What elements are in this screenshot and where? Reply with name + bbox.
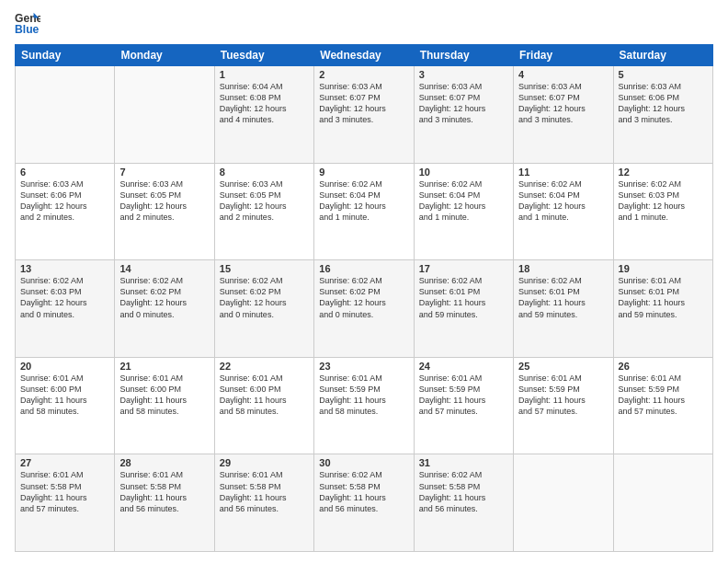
day-info: Sunrise: 6:03 AM Sunset: 6:06 PM Dayligh… — [20, 178, 109, 224]
day-info: Sunrise: 6:03 AM Sunset: 6:05 PM Dayligh… — [119, 178, 209, 224]
calendar-cell: 16Sunrise: 6:02 AM Sunset: 6:02 PM Dayli… — [314, 260, 414, 358]
calendar-cell: 3Sunrise: 6:03 AM Sunset: 6:07 PM Daylig… — [414, 66, 513, 164]
calendar-cell: 12Sunrise: 6:02 AM Sunset: 6:03 PM Dayli… — [613, 163, 712, 260]
calendar-week-3: 13Sunrise: 6:02 AM Sunset: 6:03 PM Dayli… — [16, 260, 713, 358]
calendar-cell — [514, 454, 613, 552]
calendar-cell: 27Sunrise: 6:01 AM Sunset: 5:58 PM Dayli… — [16, 454, 115, 552]
calendar-cell: 29Sunrise: 6:01 AM Sunset: 5:58 PM Dayli… — [214, 454, 313, 552]
day-info: Sunrise: 6:02 AM Sunset: 5:58 PM Dayligh… — [419, 469, 508, 514]
calendar-cell: 1Sunrise: 6:04 AM Sunset: 6:08 PM Daylig… — [214, 66, 313, 164]
day-number: 12 — [619, 167, 708, 178]
calendar-week-4: 20Sunrise: 6:01 AM Sunset: 6:00 PM Dayli… — [16, 357, 713, 454]
day-info: Sunrise: 6:02 AM Sunset: 6:02 PM Dayligh… — [319, 275, 408, 320]
day-info: Sunrise: 6:01 AM Sunset: 5:58 PM Dayligh… — [119, 469, 209, 514]
weekday-header-sunday: Sunday — [16, 45, 115, 66]
day-number: 15 — [220, 263, 309, 274]
day-info: Sunrise: 6:02 AM Sunset: 6:03 PM Dayligh… — [20, 275, 109, 320]
calendar-cell: 24Sunrise: 6:01 AM Sunset: 5:59 PM Dayli… — [414, 357, 513, 454]
day-info: Sunrise: 6:02 AM Sunset: 6:02 PM Dayligh… — [119, 275, 209, 320]
day-number: 24 — [419, 361, 508, 372]
calendar-cell: 23Sunrise: 6:01 AM Sunset: 5:59 PM Dayli… — [314, 357, 414, 454]
calendar-cell: 31Sunrise: 6:02 AM Sunset: 5:58 PM Dayli… — [414, 454, 513, 552]
calendar-cell: 18Sunrise: 6:02 AM Sunset: 6:01 PM Dayli… — [514, 260, 613, 358]
day-info: Sunrise: 6:03 AM Sunset: 6:05 PM Dayligh… — [220, 178, 309, 224]
day-number: 23 — [319, 361, 408, 372]
day-number: 4 — [518, 69, 608, 80]
calendar-cell: 6Sunrise: 6:03 AM Sunset: 6:06 PM Daylig… — [16, 163, 115, 260]
calendar-cell: 19Sunrise: 6:01 AM Sunset: 6:01 PM Dayli… — [613, 260, 712, 358]
day-info: Sunrise: 6:01 AM Sunset: 5:58 PM Dayligh… — [20, 469, 109, 514]
calendar-cell: 22Sunrise: 6:01 AM Sunset: 6:00 PM Dayli… — [214, 357, 313, 454]
day-number: 6 — [20, 167, 109, 178]
day-number: 18 — [518, 263, 608, 274]
day-number: 5 — [619, 69, 708, 80]
calendar-cell: 10Sunrise: 6:02 AM Sunset: 6:04 PM Dayli… — [414, 163, 513, 260]
day-number: 10 — [419, 167, 508, 178]
day-info: Sunrise: 6:02 AM Sunset: 5:58 PM Dayligh… — [319, 469, 408, 514]
day-number: 29 — [220, 457, 309, 468]
day-number: 1 — [220, 69, 309, 80]
calendar-body: 1Sunrise: 6:04 AM Sunset: 6:08 PM Daylig… — [16, 66, 713, 552]
day-info: Sunrise: 6:01 AM Sunset: 5:59 PM Dayligh… — [619, 373, 708, 418]
day-number: 16 — [319, 263, 408, 274]
day-info: Sunrise: 6:02 AM Sunset: 6:01 PM Dayligh… — [419, 275, 508, 320]
calendar-cell — [115, 66, 214, 164]
calendar-cell: 8Sunrise: 6:03 AM Sunset: 6:05 PM Daylig… — [214, 163, 313, 260]
day-info: Sunrise: 6:01 AM Sunset: 6:00 PM Dayligh… — [20, 373, 109, 418]
calendar-cell: 20Sunrise: 6:01 AM Sunset: 6:00 PM Dayli… — [16, 357, 115, 454]
calendar-cell — [613, 454, 712, 552]
calendar-cell: 14Sunrise: 6:02 AM Sunset: 6:02 PM Dayli… — [115, 260, 214, 358]
day-info: Sunrise: 6:03 AM Sunset: 6:07 PM Dayligh… — [518, 81, 608, 126]
calendar-cell: 17Sunrise: 6:02 AM Sunset: 6:01 PM Dayli… — [414, 260, 513, 358]
calendar-cell: 28Sunrise: 6:01 AM Sunset: 5:58 PM Dayli… — [115, 454, 214, 552]
calendar-cell: 13Sunrise: 6:02 AM Sunset: 6:03 PM Dayli… — [16, 260, 115, 358]
day-number: 13 — [20, 263, 109, 274]
day-number: 7 — [119, 167, 209, 178]
day-number: 27 — [20, 457, 109, 468]
day-info: Sunrise: 6:02 AM Sunset: 6:04 PM Dayligh… — [319, 178, 408, 224]
calendar-cell: 2Sunrise: 6:03 AM Sunset: 6:07 PM Daylig… — [314, 66, 414, 164]
day-number: 3 — [419, 69, 508, 80]
logo: General Blue — [15, 11, 44, 37]
day-number: 17 — [419, 263, 508, 274]
calendar-cell: 11Sunrise: 6:02 AM Sunset: 6:04 PM Dayli… — [514, 163, 613, 260]
calendar-week-1: 1Sunrise: 6:04 AM Sunset: 6:08 PM Daylig… — [16, 66, 713, 164]
weekday-header-wednesday: Wednesday — [314, 45, 414, 66]
day-number: 31 — [419, 457, 508, 468]
weekday-header-monday: Monday — [115, 45, 214, 66]
weekday-header-saturday: Saturday — [613, 45, 712, 66]
day-info: Sunrise: 6:01 AM Sunset: 6:01 PM Dayligh… — [619, 275, 708, 320]
day-number: 22 — [220, 361, 309, 372]
calendar-week-2: 6Sunrise: 6:03 AM Sunset: 6:06 PM Daylig… — [16, 163, 713, 260]
day-info: Sunrise: 6:01 AM Sunset: 6:00 PM Dayligh… — [119, 373, 209, 418]
calendar-cell: 21Sunrise: 6:01 AM Sunset: 6:00 PM Dayli… — [115, 357, 214, 454]
day-info: Sunrise: 6:02 AM Sunset: 6:04 PM Dayligh… — [419, 178, 508, 224]
day-info: Sunrise: 6:02 AM Sunset: 6:04 PM Dayligh… — [518, 178, 608, 224]
logo-icon: General Blue — [15, 11, 40, 37]
page: General Blue SundayMondayTuesdayWednesda… — [0, 0, 728, 563]
day-number: 19 — [619, 263, 708, 274]
day-number: 20 — [20, 361, 109, 372]
day-info: Sunrise: 6:03 AM Sunset: 6:07 PM Dayligh… — [319, 81, 408, 126]
weekday-header-thursday: Thursday — [414, 45, 513, 66]
day-number: 2 — [319, 69, 408, 80]
calendar-table: SundayMondayTuesdayWednesdayThursdayFrid… — [15, 44, 713, 552]
day-number: 11 — [518, 167, 608, 178]
calendar-cell: 15Sunrise: 6:02 AM Sunset: 6:02 PM Dayli… — [214, 260, 313, 358]
day-info: Sunrise: 6:02 AM Sunset: 6:02 PM Dayligh… — [220, 275, 309, 320]
day-number: 9 — [319, 167, 408, 178]
day-number: 21 — [119, 361, 209, 372]
day-number: 8 — [220, 167, 309, 178]
day-info: Sunrise: 6:04 AM Sunset: 6:08 PM Dayligh… — [220, 81, 309, 126]
day-info: Sunrise: 6:01 AM Sunset: 6:00 PM Dayligh… — [220, 373, 309, 418]
day-number: 26 — [619, 361, 708, 372]
day-number: 28 — [119, 457, 209, 468]
calendar-week-5: 27Sunrise: 6:01 AM Sunset: 5:58 PM Dayli… — [16, 454, 713, 552]
calendar-cell: 5Sunrise: 6:03 AM Sunset: 6:06 PM Daylig… — [613, 66, 712, 164]
calendar-cell: 25Sunrise: 6:01 AM Sunset: 5:59 PM Dayli… — [514, 357, 613, 454]
calendar-cell — [16, 66, 115, 164]
day-info: Sunrise: 6:03 AM Sunset: 6:07 PM Dayligh… — [419, 81, 508, 126]
day-number: 14 — [119, 263, 209, 274]
day-info: Sunrise: 6:03 AM Sunset: 6:06 PM Dayligh… — [619, 81, 708, 126]
day-info: Sunrise: 6:01 AM Sunset: 5:59 PM Dayligh… — [419, 373, 508, 418]
